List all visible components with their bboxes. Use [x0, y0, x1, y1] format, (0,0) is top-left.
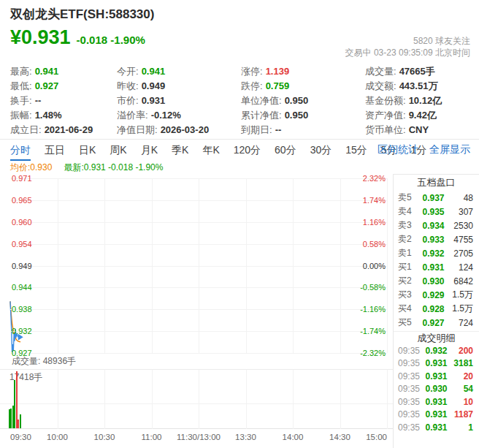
- stat-label: 货币单位:: [365, 124, 406, 135]
- stat-row: 资产净值:9.42亿: [365, 108, 442, 123]
- tab-120分[interactable]: 120分: [234, 140, 261, 161]
- order-book-volume: 724: [448, 318, 473, 328]
- order-book-row[interactable]: 买10.931124: [394, 260, 479, 274]
- stat-row: 货币单位:CNY: [365, 123, 442, 137]
- order-book-row[interactable]: 卖30.9342530: [394, 219, 479, 232]
- stat-value: 0.759: [266, 80, 290, 91]
- transaction-time: 09:35: [398, 397, 423, 407]
- y-axis-percent-label: -0.58%: [360, 283, 386, 292]
- order-book-price: 0.937: [418, 193, 448, 203]
- stat-value: 10.12亿: [409, 95, 442, 106]
- x-axis-label: 11:00: [142, 433, 162, 441]
- stat-value: 9.42亿: [409, 110, 437, 121]
- avg-price-label: 均价:0.930: [10, 162, 52, 174]
- order-book-level: 买5: [398, 316, 418, 329]
- stat-value: CNY: [409, 124, 429, 135]
- market-depth-panel: 五档盘口 卖50.93748卖40.935307卖30.9342530卖20.9…: [393, 174, 479, 448]
- transactions-title: 成交明细: [394, 331, 479, 344]
- tab-日K[interactable]: 日K: [79, 140, 96, 161]
- order-book-level: 卖2: [398, 233, 418, 246]
- market-status-time: 交易中 03-23 09:35:09 北京时间: [345, 47, 470, 58]
- order-book-level: 买2: [398, 275, 418, 287]
- order-book-volume: 2530: [448, 221, 473, 231]
- price-gridline-v: [387, 178, 388, 353]
- order-book-row[interactable]: 卖10.9322705: [394, 246, 479, 260]
- y-axis-percent-label: 0.00%: [363, 262, 386, 270]
- y-axis-percent-label: 1.74%: [363, 196, 386, 205]
- order-book-price: 0.935: [418, 207, 448, 217]
- stat-value: 0.927: [35, 80, 59, 91]
- stat-value: 0.949: [142, 80, 166, 91]
- price-gridline: [10, 353, 387, 354]
- tab-年K[interactable]: 年K: [202, 140, 219, 161]
- tab-周K[interactable]: 周K: [110, 140, 126, 161]
- volume-gridline-v: [104, 370, 105, 429]
- price-gridline-v: [199, 178, 199, 353]
- tab-月K[interactable]: 月K: [141, 140, 158, 161]
- stat-row: 基金份额:10.12亿: [365, 94, 442, 108]
- volume-header-value: 48936手: [43, 356, 76, 366]
- volume-gridline-v: [246, 370, 247, 429]
- order-book-row[interactable]: 买20.9306842: [394, 274, 479, 288]
- stat-label: 昨收:: [117, 80, 139, 91]
- stat-label: 最高:: [10, 66, 32, 77]
- y-axis-price-label: 0.960: [12, 218, 32, 227]
- tab-30分[interactable]: 30分: [310, 140, 332, 161]
- tab-分时[interactable]: 分时: [10, 140, 31, 161]
- order-book-row[interactable]: 卖40.935307: [394, 205, 479, 219]
- order-book-row[interactable]: 买40.9281.5万: [394, 302, 479, 316]
- transaction-time: 09:35: [398, 346, 423, 356]
- link-区间统计[interactable]: 区间统计: [378, 143, 418, 156]
- stat-label: 单位净值:: [241, 95, 282, 106]
- transaction-price: 0.931: [423, 358, 450, 368]
- order-book-level: 卖4: [398, 205, 418, 218]
- stat-row: 换手:--: [10, 94, 93, 108]
- stat-row: 单位净值:0.950: [241, 94, 308, 108]
- stat-value: 0.950: [285, 110, 309, 121]
- tab-15分[interactable]: 15分: [345, 140, 367, 161]
- y-axis-price-label: 0.938: [12, 305, 32, 314]
- volume-header-label: 成交量:: [12, 356, 40, 366]
- stat-value: --: [275, 124, 282, 135]
- stat-label: 换手:: [10, 95, 32, 106]
- transaction-volume: 54: [450, 384, 473, 394]
- tabbar-links: 区间统计全屏显示: [378, 139, 470, 161]
- intraday-chart[interactable]: 成交量: 48936手 17418手 09:3010:0010:3011:001…: [0, 174, 393, 448]
- order-book-volume: 307: [448, 207, 473, 217]
- transaction-time: 09:35: [398, 384, 423, 394]
- y-axis-percent-label: 0.58%: [363, 240, 386, 248]
- tab-季K[interactable]: 季K: [172, 140, 188, 161]
- price-gridline-v: [152, 178, 153, 353]
- stat-row: 净值日期:2026-03-20: [117, 123, 209, 137]
- stat-value: 2021-06-29: [45, 124, 93, 135]
- order-book-row[interactable]: 卖50.93748: [394, 191, 479, 205]
- order-book-row[interactable]: 卖20.9334755: [394, 232, 479, 246]
- volume-gridline-v: [340, 370, 341, 429]
- y-axis-percent-label: 2.32%: [363, 174, 386, 183]
- order-book-volume: 4755: [448, 235, 473, 245]
- stat-row: 振幅:1.48%: [10, 108, 93, 123]
- price-gridline-v: [104, 178, 105, 353]
- order-book-row[interactable]: 买50.927724: [394, 316, 479, 330]
- transaction-row: 09:350.93110: [394, 395, 479, 409]
- order-book-row[interactable]: 买30.9291.5万: [394, 288, 479, 302]
- order-book-level: 卖1: [398, 247, 418, 259]
- stat-label: 溢价率:: [117, 110, 148, 121]
- transaction-row: 09:350.9311: [394, 421, 479, 434]
- stock-detail-page: 双创龙头ETF(SH:588330) ¥0.931 -0.018 -1.90% …: [0, 0, 479, 448]
- x-axis-label: 11:30/13:00: [177, 433, 221, 441]
- transaction-row: 09:350.932200: [394, 344, 479, 357]
- tab-五日[interactable]: 五日: [45, 140, 65, 161]
- order-book-level: 买4: [398, 303, 418, 315]
- tab-60分[interactable]: 60分: [275, 140, 296, 161]
- order-book-volume: 48: [448, 193, 473, 203]
- transaction-time: 09:35: [398, 422, 423, 433]
- stat-label: 跌停:: [241, 80, 263, 91]
- link-全屏显示[interactable]: 全屏显示: [429, 143, 470, 156]
- y-axis-price-label: 0.954: [12, 240, 32, 248]
- transaction-price: 0.931: [423, 409, 450, 419]
- order-book-level: 买3: [398, 289, 418, 301]
- stat-label: 市价:: [117, 95, 139, 106]
- chart-legend: 均价:0.930 最新:0.931 -0.018 -1.90%: [10, 162, 163, 174]
- volume-gridline-v: [387, 370, 388, 429]
